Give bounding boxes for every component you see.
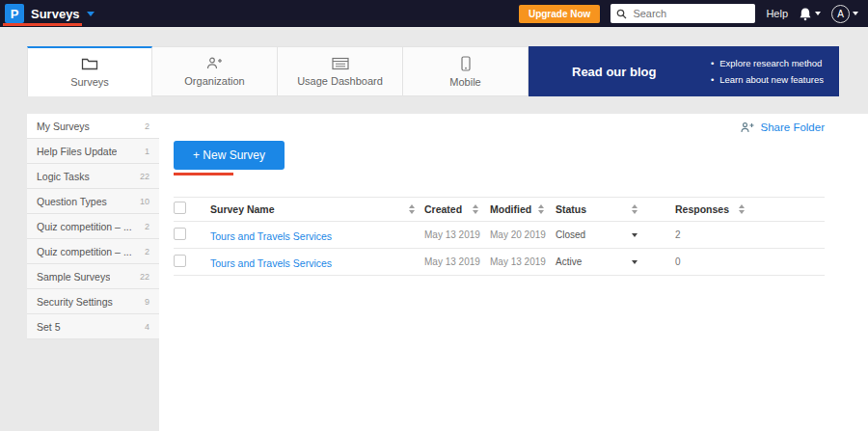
- sidebar-item-count: 2: [145, 247, 149, 256]
- sidebar-item-count: 22: [140, 272, 149, 282]
- sort-icon[interactable]: [473, 204, 478, 214]
- responses-count: 2: [662, 229, 825, 240]
- sidebar-item-label: Help Files Update: [37, 146, 117, 157]
- people-icon: [205, 56, 225, 70]
- sidebar-item-count: 1: [145, 147, 149, 156]
- chevron-down-icon: [853, 12, 858, 15]
- sidebar-item-set-5[interactable]: Set 5 4: [27, 314, 159, 339]
- sidebar-item-count: 4: [145, 322, 149, 332]
- content-area: My Surveys 2 Help Files Update 1 Logic T…: [0, 114, 868, 431]
- sort-icon[interactable]: [409, 204, 415, 214]
- sidebar-item-label: My Surveys: [37, 121, 90, 132]
- table-header: Survey Name Created Modified Status: [174, 197, 825, 222]
- select-all-checkbox[interactable]: [174, 202, 186, 214]
- sort-icon[interactable]: [632, 204, 637, 214]
- sidebar-item-label: Logic Tasks: [37, 171, 90, 182]
- tab-organization[interactable]: Organization: [152, 46, 278, 96]
- column-header-survey-name: Survey Name: [210, 203, 275, 215]
- sidebar-item-label: Question Types: [37, 196, 107, 207]
- tab-usage-dashboard[interactable]: Usage Dashboard: [278, 46, 403, 96]
- search-box[interactable]: [610, 4, 755, 23]
- sidebar-item-label: Quiz competition – ...: [37, 246, 132, 257]
- sidebar-item-quiz-competition-2[interactable]: Quiz competition – ... 2: [27, 239, 159, 264]
- surveys-table: Survey Name Created Modified Status: [174, 197, 825, 276]
- column-header-created: Created: [424, 203, 462, 215]
- status-dropdown[interactable]: Closed: [556, 229, 662, 240]
- column-header-modified: Modified: [490, 203, 531, 215]
- avatar: A: [831, 5, 850, 23]
- status-value: Active: [556, 256, 582, 267]
- sidebar-item-quiz-competition-1[interactable]: Quiz competition – ... 2: [27, 214, 159, 239]
- survey-name-link[interactable]: Tours and Travels Services: [210, 230, 332, 242]
- sidebar-item-help-files-update[interactable]: Help Files Update 1: [27, 139, 159, 164]
- help-link[interactable]: Help: [766, 8, 788, 19]
- new-survey-button[interactable]: + New Survey: [174, 141, 285, 170]
- share-folder-label: Share Folder: [761, 121, 825, 133]
- chevron-down-icon: [632, 260, 637, 264]
- column-header-status: Status: [556, 203, 586, 215]
- sidebar-item-count: 9: [145, 297, 149, 307]
- sidebar-item-label: Security Settings: [37, 296, 113, 308]
- responses-count: 0: [662, 256, 825, 267]
- status-value: Closed: [556, 229, 585, 240]
- row-checkbox[interactable]: [174, 255, 186, 267]
- tab-label: Mobile: [449, 76, 480, 88]
- blog-banner-title: Read our blog: [572, 65, 656, 79]
- tab-label: Organization: [184, 75, 244, 87]
- tab-bar: Surveys Organization Usage Dashboard Mob…: [0, 46, 868, 96]
- tab-label: Surveys: [70, 76, 109, 88]
- sidebar-item-count: 2: [145, 222, 149, 231]
- table-row: Tours and Travels Services May 13 2019 M…: [174, 222, 825, 249]
- share-folder-icon: [740, 121, 755, 133]
- sidebar-item-label: Sample Surveys: [37, 271, 110, 283]
- annotation-underline-logo: [3, 23, 82, 26]
- notifications-button[interactable]: [799, 7, 821, 21]
- blog-bullet-list: Explore research method Learn about new …: [711, 58, 824, 85]
- blog-bullet: Explore research method: [711, 58, 824, 68]
- modified-date: May 20 2019: [490, 229, 556, 240]
- sidebar-item-count: 2: [145, 121, 149, 131]
- sidebar-item-count: 22: [140, 172, 149, 181]
- mobile-icon: [461, 56, 471, 71]
- created-date: May 13 2019: [424, 229, 490, 240]
- created-date: May 13 2019: [424, 256, 490, 267]
- sort-icon[interactable]: [538, 204, 544, 214]
- app-logo[interactable]: P: [5, 4, 24, 23]
- share-folder-link[interactable]: Share Folder: [740, 121, 825, 133]
- survey-name-link[interactable]: Tours and Travels Services: [210, 257, 332, 269]
- blog-bullet: Learn about new features: [711, 74, 824, 85]
- search-input[interactable]: [631, 7, 749, 20]
- upgrade-now-button[interactable]: Upgrade Now: [519, 5, 600, 23]
- sidebar-item-question-types[interactable]: Question Types 10: [27, 189, 159, 214]
- sidebar-item-sample-surveys[interactable]: Sample Surveys 22: [27, 264, 159, 289]
- chevron-down-icon: [632, 233, 637, 237]
- annotation-underline-new-survey: [174, 173, 233, 175]
- sidebar-item-my-surveys[interactable]: My Surveys 2: [27, 114, 159, 139]
- tab-surveys[interactable]: Surveys: [27, 46, 152, 96]
- modified-date: May 13 2019: [490, 256, 556, 267]
- dashboard-icon: [332, 57, 349, 70]
- column-header-responses: Responses: [675, 203, 729, 215]
- status-dropdown[interactable]: Active: [556, 256, 662, 267]
- bell-icon: [799, 7, 812, 21]
- tab-mobile[interactable]: Mobile: [403, 46, 529, 96]
- sort-icon[interactable]: [739, 204, 745, 214]
- folder-sidebar: My Surveys 2 Help Files Update 1 Logic T…: [27, 114, 159, 431]
- main-panel: Share Folder + New Survey Survey Name Cr…: [159, 114, 868, 431]
- sidebar-item-label: Quiz competition – ...: [37, 221, 132, 232]
- table-row: Tours and Travels Services May 13 2019 M…: [174, 249, 825, 276]
- blog-banner[interactable]: Read our blog Explore research method Le…: [529, 46, 839, 96]
- chevron-down-icon[interactable]: [87, 12, 95, 16]
- sidebar-item-label: Set 5: [37, 321, 61, 333]
- tab-label: Usage Dashboard: [297, 75, 383, 87]
- folder-icon: [81, 57, 98, 71]
- sidebar-item-logic-tasks[interactable]: Logic Tasks 22: [27, 164, 159, 189]
- sidebar-item-security-settings[interactable]: Security Settings 9: [27, 289, 159, 314]
- row-checkbox[interactable]: [174, 228, 186, 240]
- app-title-dropdown[interactable]: Surveys: [31, 7, 80, 21]
- account-menu[interactable]: A: [831, 5, 858, 23]
- app-root: P Surveys Upgrade Now Help A: [0, 0, 868, 431]
- search-icon: [616, 9, 627, 19]
- sidebar-item-count: 10: [140, 197, 149, 206]
- chevron-down-icon: [815, 12, 821, 15]
